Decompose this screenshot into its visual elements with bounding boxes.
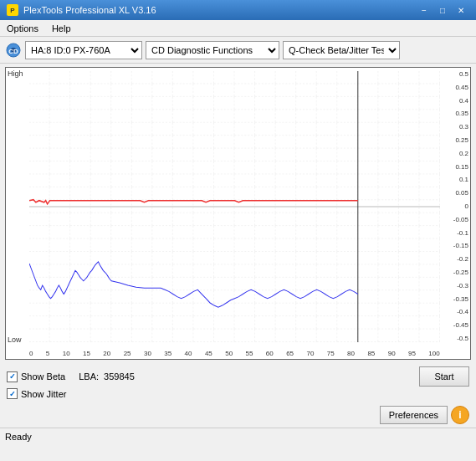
y-label-18: -0.4 <box>440 309 470 315</box>
status-text: Ready <box>5 432 32 442</box>
x-label-2: 10 <box>63 350 70 357</box>
bottom-actions: Preferences i <box>0 402 476 428</box>
x-label-3: 15 <box>83 350 90 357</box>
x-label-4: 20 <box>103 350 110 357</box>
y-label-9: 0.05 <box>440 190 470 197</box>
x-label-1: 5 <box>46 350 49 357</box>
x-label-0: 0 <box>29 350 33 357</box>
show-beta-control: Show Beta <box>7 371 65 382</box>
y-label-17: -0.35 <box>440 296 470 303</box>
y-label-10: 0 <box>440 203 470 210</box>
y-label-13: -0.15 <box>440 243 470 249</box>
y-label-12: -0.1 <box>440 230 470 237</box>
maximize-button[interactable]: □ <box>434 3 451 17</box>
y-label-15: -0.25 <box>440 269 470 276</box>
y-label-1: 0.45 <box>440 85 470 91</box>
x-label-6: 30 <box>144 350 151 357</box>
x-label-12: 60 <box>266 350 274 357</box>
x-label-19: 95 <box>408 350 416 357</box>
y-label-19: -0.45 <box>440 322 470 329</box>
svg-text:CD: CD <box>8 48 18 55</box>
preferences-button[interactable]: Preferences <box>380 406 448 424</box>
close-button[interactable]: ✕ <box>453 3 469 17</box>
x-label-9: 45 <box>205 350 212 357</box>
show-jitter-label: Show Jitter <box>21 389 66 399</box>
lba-display: LBA: 359845 <box>79 371 135 382</box>
y-label-0: 0.5 <box>440 71 470 78</box>
x-label-20: 100 <box>428 350 439 357</box>
x-label-11: 55 <box>246 350 253 357</box>
x-label-18: 90 <box>388 350 396 357</box>
drive-icon: CD <box>5 42 22 59</box>
y-label-2: 0.4 <box>440 98 470 105</box>
show-jitter-checkbox[interactable] <box>7 388 18 399</box>
menu-help[interactable]: Help <box>49 23 74 34</box>
test-select[interactable]: Q-Check Beta/Jitter Test <box>283 41 400 59</box>
show-beta-label: Show Beta <box>21 371 65 382</box>
info-button[interactable]: i <box>451 406 469 424</box>
y-label-5: 0.25 <box>440 137 470 144</box>
title-bar: P PlexTools Professional XL V3.16 − □ ✕ <box>0 0 476 20</box>
x-label-15: 75 <box>327 350 335 357</box>
x-label-13: 65 <box>286 350 294 357</box>
title-controls: − □ ✕ <box>416 3 469 17</box>
lba-value: 359845 <box>104 371 135 382</box>
y-label-20: -0.5 <box>440 336 470 342</box>
y-label-7: 0.15 <box>440 164 470 171</box>
y-label-4: 0.3 <box>440 124 470 131</box>
function-select[interactable]: CD Diagnostic Functions <box>146 41 279 59</box>
x-label-10: 50 <box>225 350 233 357</box>
menu-bar: Options Help <box>0 20 476 37</box>
drive-select[interactable]: HA:8 ID:0 PX-760A <box>25 41 142 59</box>
y-label-11: -0.05 <box>440 217 470 223</box>
x-label-14: 70 <box>306 350 314 357</box>
x-label-17: 85 <box>367 350 375 357</box>
y-label-3: 0.35 <box>440 110 470 117</box>
y-label-14: -0.2 <box>440 256 470 263</box>
window-title: PlexTools Professional XL V3.16 <box>23 5 156 15</box>
chart-inner <box>29 71 440 342</box>
status-bar: Ready <box>0 428 476 444</box>
x-label-16: 80 <box>347 350 355 357</box>
minimize-button[interactable]: − <box>416 3 432 17</box>
start-button[interactable]: Start <box>419 366 469 387</box>
y-label-8: 0.1 <box>440 177 470 183</box>
lba-label: LBA: <box>79 371 99 382</box>
x-label-7: 35 <box>164 350 171 357</box>
show-jitter-control: Show Jitter <box>7 388 66 399</box>
chart-label-high: High <box>8 69 23 78</box>
menu-options[interactable]: Options <box>3 23 42 34</box>
toolbar: CD HA:8 ID:0 PX-760A CD Diagnostic Funct… <box>0 37 476 64</box>
chart-area: High Low 0.5 0.45 0.4 0.35 0.3 0.25 0.2 … <box>5 67 471 360</box>
show-jitter-row: Show Jitter <box>7 388 469 399</box>
y-label-6: 0.2 <box>440 151 470 157</box>
x-axis: 0 5 10 15 20 25 30 35 40 45 50 55 60 65 … <box>29 350 440 357</box>
show-beta-checkbox[interactable] <box>7 371 18 382</box>
bottom-controls: Show Beta LBA: 359845 Start Show Jitter <box>0 363 476 402</box>
y-label-16: -0.3 <box>440 283 470 289</box>
chart-label-low: Low <box>8 336 22 344</box>
x-label-5: 25 <box>124 350 131 357</box>
app-icon: P <box>7 4 18 16</box>
y-axis: 0.5 0.45 0.4 0.35 0.3 0.25 0.2 0.15 0.1 … <box>440 71 470 342</box>
x-label-8: 40 <box>185 350 192 357</box>
